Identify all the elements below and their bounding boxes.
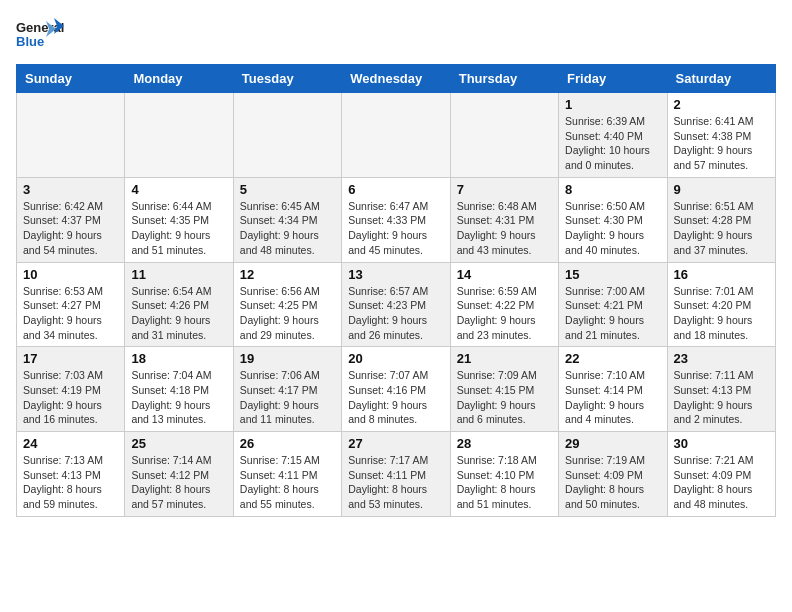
calendar-cell: 8Sunrise: 6:50 AM Sunset: 4:30 PM Daylig… — [559, 177, 667, 262]
day-info: Sunrise: 6:51 AM Sunset: 4:28 PM Dayligh… — [674, 199, 769, 258]
page-header: General Blue — [16, 16, 776, 52]
weekday-header-monday: Monday — [125, 65, 233, 93]
weekday-header-sunday: Sunday — [17, 65, 125, 93]
calendar-cell: 27Sunrise: 7:17 AM Sunset: 4:11 PM Dayli… — [342, 432, 450, 517]
day-info: Sunrise: 7:11 AM Sunset: 4:13 PM Dayligh… — [674, 368, 769, 427]
day-number: 25 — [131, 436, 226, 451]
day-info: Sunrise: 7:10 AM Sunset: 4:14 PM Dayligh… — [565, 368, 660, 427]
day-number: 10 — [23, 267, 118, 282]
day-info: Sunrise: 6:44 AM Sunset: 4:35 PM Dayligh… — [131, 199, 226, 258]
day-info: Sunrise: 6:54 AM Sunset: 4:26 PM Dayligh… — [131, 284, 226, 343]
day-number: 27 — [348, 436, 443, 451]
calendar-cell: 4Sunrise: 6:44 AM Sunset: 4:35 PM Daylig… — [125, 177, 233, 262]
day-info: Sunrise: 6:59 AM Sunset: 4:22 PM Dayligh… — [457, 284, 552, 343]
weekday-header-thursday: Thursday — [450, 65, 558, 93]
day-number: 24 — [23, 436, 118, 451]
day-info: Sunrise: 7:18 AM Sunset: 4:10 PM Dayligh… — [457, 453, 552, 512]
day-info: Sunrise: 6:42 AM Sunset: 4:37 PM Dayligh… — [23, 199, 118, 258]
weekday-header-tuesday: Tuesday — [233, 65, 341, 93]
day-number: 3 — [23, 182, 118, 197]
calendar-cell: 24Sunrise: 7:13 AM Sunset: 4:13 PM Dayli… — [17, 432, 125, 517]
day-info: Sunrise: 7:13 AM Sunset: 4:13 PM Dayligh… — [23, 453, 118, 512]
day-number: 15 — [565, 267, 660, 282]
calendar-cell: 18Sunrise: 7:04 AM Sunset: 4:18 PM Dayli… — [125, 347, 233, 432]
calendar-week-row: 1Sunrise: 6:39 AM Sunset: 4:40 PM Daylig… — [17, 93, 776, 178]
day-number: 1 — [565, 97, 660, 112]
day-info: Sunrise: 7:06 AM Sunset: 4:17 PM Dayligh… — [240, 368, 335, 427]
day-info: Sunrise: 7:04 AM Sunset: 4:18 PM Dayligh… — [131, 368, 226, 427]
calendar-table: SundayMondayTuesdayWednesdayThursdayFrid… — [16, 64, 776, 517]
calendar-week-row: 24Sunrise: 7:13 AM Sunset: 4:13 PM Dayli… — [17, 432, 776, 517]
day-info: Sunrise: 6:48 AM Sunset: 4:31 PM Dayligh… — [457, 199, 552, 258]
calendar-cell: 15Sunrise: 7:00 AM Sunset: 4:21 PM Dayli… — [559, 262, 667, 347]
day-info: Sunrise: 7:01 AM Sunset: 4:20 PM Dayligh… — [674, 284, 769, 343]
calendar-cell: 9Sunrise: 6:51 AM Sunset: 4:28 PM Daylig… — [667, 177, 775, 262]
day-number: 5 — [240, 182, 335, 197]
calendar-cell: 28Sunrise: 7:18 AM Sunset: 4:10 PM Dayli… — [450, 432, 558, 517]
day-info: Sunrise: 6:53 AM Sunset: 4:27 PM Dayligh… — [23, 284, 118, 343]
day-info: Sunrise: 6:56 AM Sunset: 4:25 PM Dayligh… — [240, 284, 335, 343]
day-info: Sunrise: 7:19 AM Sunset: 4:09 PM Dayligh… — [565, 453, 660, 512]
logo: General Blue — [16, 16, 64, 52]
day-info: Sunrise: 7:21 AM Sunset: 4:09 PM Dayligh… — [674, 453, 769, 512]
day-info: Sunrise: 6:39 AM Sunset: 4:40 PM Dayligh… — [565, 114, 660, 173]
calendar-cell: 20Sunrise: 7:07 AM Sunset: 4:16 PM Dayli… — [342, 347, 450, 432]
day-number: 14 — [457, 267, 552, 282]
day-number: 20 — [348, 351, 443, 366]
calendar-cell: 13Sunrise: 6:57 AM Sunset: 4:23 PM Dayli… — [342, 262, 450, 347]
calendar-cell: 2Sunrise: 6:41 AM Sunset: 4:38 PM Daylig… — [667, 93, 775, 178]
day-number: 9 — [674, 182, 769, 197]
day-number: 2 — [674, 97, 769, 112]
calendar-cell: 26Sunrise: 7:15 AM Sunset: 4:11 PM Dayli… — [233, 432, 341, 517]
calendar-cell: 30Sunrise: 7:21 AM Sunset: 4:09 PM Dayli… — [667, 432, 775, 517]
day-number: 16 — [674, 267, 769, 282]
calendar-cell: 3Sunrise: 6:42 AM Sunset: 4:37 PM Daylig… — [17, 177, 125, 262]
day-number: 28 — [457, 436, 552, 451]
day-info: Sunrise: 7:03 AM Sunset: 4:19 PM Dayligh… — [23, 368, 118, 427]
weekday-header-friday: Friday — [559, 65, 667, 93]
calendar-week-row: 10Sunrise: 6:53 AM Sunset: 4:27 PM Dayli… — [17, 262, 776, 347]
day-number: 8 — [565, 182, 660, 197]
day-number: 23 — [674, 351, 769, 366]
day-info: Sunrise: 7:15 AM Sunset: 4:11 PM Dayligh… — [240, 453, 335, 512]
calendar-cell: 12Sunrise: 6:56 AM Sunset: 4:25 PM Dayli… — [233, 262, 341, 347]
day-number: 17 — [23, 351, 118, 366]
calendar-cell: 25Sunrise: 7:14 AM Sunset: 4:12 PM Dayli… — [125, 432, 233, 517]
calendar-cell: 6Sunrise: 6:47 AM Sunset: 4:33 PM Daylig… — [342, 177, 450, 262]
calendar-cell: 14Sunrise: 6:59 AM Sunset: 4:22 PM Dayli… — [450, 262, 558, 347]
calendar-cell: 29Sunrise: 7:19 AM Sunset: 4:09 PM Dayli… — [559, 432, 667, 517]
day-number: 7 — [457, 182, 552, 197]
calendar-cell: 17Sunrise: 7:03 AM Sunset: 4:19 PM Dayli… — [17, 347, 125, 432]
day-number: 18 — [131, 351, 226, 366]
day-number: 30 — [674, 436, 769, 451]
calendar-cell: 19Sunrise: 7:06 AM Sunset: 4:17 PM Dayli… — [233, 347, 341, 432]
calendar-cell: 16Sunrise: 7:01 AM Sunset: 4:20 PM Dayli… — [667, 262, 775, 347]
day-number: 6 — [348, 182, 443, 197]
day-number: 4 — [131, 182, 226, 197]
calendar-cell — [17, 93, 125, 178]
logo-icon: General Blue — [16, 16, 64, 52]
calendar-cell — [125, 93, 233, 178]
day-info: Sunrise: 6:45 AM Sunset: 4:34 PM Dayligh… — [240, 199, 335, 258]
day-number: 22 — [565, 351, 660, 366]
day-info: Sunrise: 6:47 AM Sunset: 4:33 PM Dayligh… — [348, 199, 443, 258]
calendar-week-row: 3Sunrise: 6:42 AM Sunset: 4:37 PM Daylig… — [17, 177, 776, 262]
day-number: 13 — [348, 267, 443, 282]
day-number: 29 — [565, 436, 660, 451]
day-info: Sunrise: 7:00 AM Sunset: 4:21 PM Dayligh… — [565, 284, 660, 343]
day-info: Sunrise: 6:57 AM Sunset: 4:23 PM Dayligh… — [348, 284, 443, 343]
day-number: 12 — [240, 267, 335, 282]
calendar-cell: 23Sunrise: 7:11 AM Sunset: 4:13 PM Dayli… — [667, 347, 775, 432]
svg-text:Blue: Blue — [16, 34, 44, 49]
calendar-cell: 7Sunrise: 6:48 AM Sunset: 4:31 PM Daylig… — [450, 177, 558, 262]
calendar-cell: 1Sunrise: 6:39 AM Sunset: 4:40 PM Daylig… — [559, 93, 667, 178]
weekday-header-saturday: Saturday — [667, 65, 775, 93]
day-info: Sunrise: 7:17 AM Sunset: 4:11 PM Dayligh… — [348, 453, 443, 512]
calendar-cell: 5Sunrise: 6:45 AM Sunset: 4:34 PM Daylig… — [233, 177, 341, 262]
calendar-cell — [233, 93, 341, 178]
calendar-cell: 11Sunrise: 6:54 AM Sunset: 4:26 PM Dayli… — [125, 262, 233, 347]
calendar-cell: 21Sunrise: 7:09 AM Sunset: 4:15 PM Dayli… — [450, 347, 558, 432]
day-number: 19 — [240, 351, 335, 366]
calendar-cell: 10Sunrise: 6:53 AM Sunset: 4:27 PM Dayli… — [17, 262, 125, 347]
weekday-header-row: SundayMondayTuesdayWednesdayThursdayFrid… — [17, 65, 776, 93]
